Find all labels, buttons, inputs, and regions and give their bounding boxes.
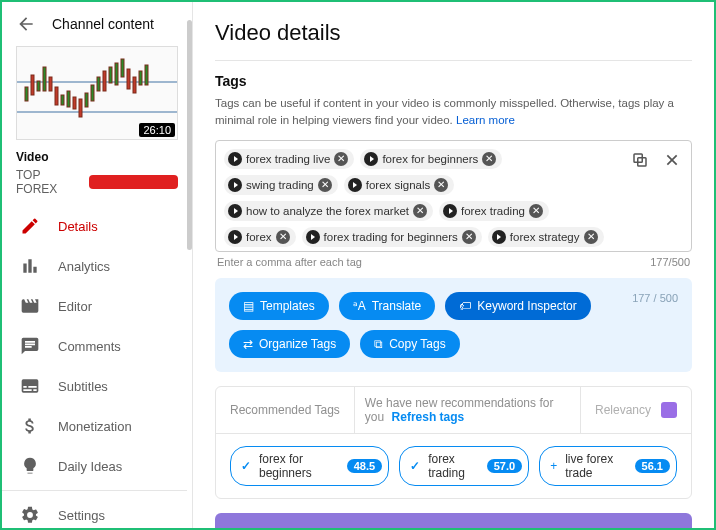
svg-rect-21 [133,77,136,93]
nav-subtitles[interactable]: Subtitles [2,366,192,406]
back-arrow-icon[interactable] [16,14,36,34]
thumbnail-duration: 26:10 [139,123,175,137]
play-icon [228,204,242,218]
svg-rect-17 [109,67,112,83]
redacted-scribble [89,177,178,187]
learn-more-link[interactable]: Learn more [456,114,515,126]
tags-heading: Tags [215,73,692,89]
tag-text: forex [246,231,272,243]
svg-rect-20 [127,69,130,89]
check-icon: ✓ [241,459,251,473]
nav-daily-ideas[interactable]: Daily Ideas [2,446,192,486]
tag-input-hint: Enter a comma after each tag [217,256,362,268]
copy-all-tags-icon[interactable] [629,149,651,171]
svg-rect-10 [67,91,70,107]
tag-chip[interactable]: forex trading live✕ [224,149,354,169]
tag-chip[interactable]: forex trading for beginners✕ [302,227,482,247]
translate-button[interactable]: ᵃATranslate [339,292,436,320]
pill-label: forex trading [428,452,479,480]
nav-editor[interactable]: Editor [2,286,192,326]
svg-rect-11 [73,97,76,109]
comments-icon [20,336,40,356]
clear-all-tags-icon[interactable] [661,149,683,171]
page-title: Video details [215,20,692,46]
video-label: Video [16,150,178,164]
keyword-inspector-button[interactable]: 🏷Keyword Inspector [445,292,590,320]
organize-tags-button[interactable]: ⇄Organize Tags [229,330,350,358]
nav-settings[interactable]: Settings [2,495,192,528]
sidebar-title: Channel content [52,16,154,32]
tags-description: Tags can be useful if content in your vi… [215,95,692,130]
sidebar: Channel content [2,2,193,528]
remove-tag-icon[interactable]: ✕ [482,152,496,166]
remove-tag-icon[interactable]: ✕ [318,178,332,192]
tag-chip[interactable]: swing trading✕ [224,175,338,195]
svg-rect-22 [139,71,142,85]
svg-rect-13 [85,93,88,107]
tag-text: forex trading for beginners [324,231,458,243]
video-thumbnail[interactable]: 26:10 [16,46,178,140]
tag-chip[interactable]: forex for beginners✕ [360,149,502,169]
svg-rect-6 [43,67,46,91]
tag-chip[interactable]: how to analyze the forex market✕ [224,201,433,221]
pencil-icon [20,216,40,236]
templates-button[interactable]: ▤Templates [229,292,329,320]
svg-rect-23 [145,65,148,85]
sidebar-nav: Details Analytics Editor Comments Subtit… [2,200,192,528]
svg-rect-4 [31,75,34,95]
copy-tags-button[interactable]: ⧉Copy Tags [360,330,459,358]
divider [215,60,692,61]
remove-tag-icon[interactable]: ✕ [529,204,543,218]
recommended-tag-pill[interactable]: ✓forex for beginners48.5 [230,446,389,486]
remove-tag-icon[interactable]: ✕ [276,230,290,244]
pill-score: 56.1 [635,459,670,473]
remove-tag-icon[interactable]: ✕ [334,152,348,166]
lock-icon [661,402,677,418]
tag-chip[interactable]: forex✕ [224,227,296,247]
tag-text: swing trading [246,179,314,191]
tag-chip[interactable]: forex signals✕ [344,175,455,195]
relevancy-label: Relevancy [595,403,651,417]
play-icon [306,230,320,244]
refresh-tags-link[interactable]: Refresh tags [392,410,465,424]
svg-rect-9 [61,95,64,105]
remove-tag-icon[interactable]: ✕ [584,230,598,244]
main-content: Video details Tags Tags can be useful if… [193,2,714,528]
plus-icon: + [550,459,557,473]
nav-details[interactable]: Details [2,206,192,246]
tag-chip[interactable]: forex trading✕ [439,201,549,221]
svg-rect-7 [49,77,52,91]
nav-comments[interactable]: Comments [2,326,192,366]
pill-score: 57.0 [487,459,522,473]
svg-rect-19 [121,59,124,77]
tag-text: forex trading [461,205,525,217]
svg-rect-8 [55,87,58,105]
svg-rect-3 [25,87,28,101]
svg-rect-16 [103,71,106,91]
nav-analytics[interactable]: Analytics [2,246,192,286]
vidiq-char-counter: 177 / 500 [632,292,678,304]
remove-tag-icon[interactable]: ✕ [413,204,427,218]
dollar-icon [20,416,40,436]
tags-input-box[interactable]: forex trading live✕forex for beginners✕s… [215,140,692,252]
copy-icon: ⧉ [374,337,383,351]
tag-text: forex trading live [246,153,330,165]
svg-rect-12 [79,99,82,117]
nav-monetization[interactable]: Monetization [2,406,192,446]
recommended-tag-pill[interactable]: +live forex trade56.1 [539,446,677,486]
remove-tag-icon[interactable]: ✕ [462,230,476,244]
remove-tag-icon[interactable]: ✕ [434,178,448,192]
sidebar-scrollbar[interactable] [187,2,192,528]
pill-label: forex for beginners [259,452,339,480]
vidiq-boost-banner: Upgrade to vidIQ Boost to see 80 more re… [215,513,692,529]
tag-char-counter: 177/500 [650,256,690,268]
recommended-heading: Recommended Tags [216,387,355,433]
check-icon: ✓ [410,459,420,473]
play-icon [443,204,457,218]
tag-text: how to analyze the forex market [246,205,409,217]
tag-icon: 🏷 [459,299,471,313]
tag-text: forex strategy [510,231,580,243]
recommended-tag-pill[interactable]: ✓forex trading57.0 [399,446,529,486]
tag-chip[interactable]: forex strategy✕ [488,227,604,247]
play-icon [228,152,242,166]
